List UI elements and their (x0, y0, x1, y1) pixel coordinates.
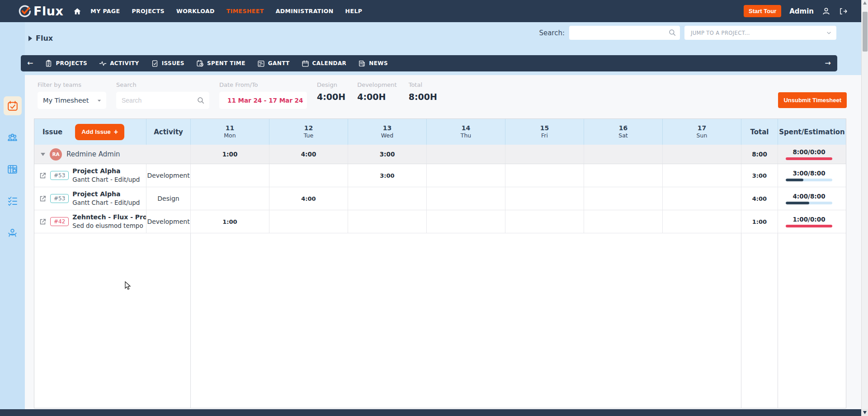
menu-item-help[interactable]: HELP (345, 8, 363, 14)
time-entry-cell[interactable] (427, 187, 505, 210)
sidebar-item-workload[interactable] (4, 160, 22, 179)
top-navigation-bar: Flux MY PAGEPROJECTSWORKLOADTIMESHEETADM… (0, 0, 861, 22)
jump-to-project-select[interactable]: JUMP TO A PROJECT... (684, 26, 836, 40)
time-entry-cell[interactable] (663, 187, 741, 210)
group-day-cell[interactable] (505, 145, 584, 164)
issue-id-badge[interactable]: #53 (50, 171, 69, 180)
vertical-scrollbar[interactable] (861, 0, 868, 409)
search-icon[interactable] (197, 96, 205, 104)
scrollbar-thumb[interactable] (863, 12, 868, 52)
user-group-row[interactable]: RA Redmine Admin 1:004:003:008:008:00/0:… (34, 145, 846, 164)
spent-estimation-cell: 3:00/8:00 (778, 164, 846, 187)
home-icon[interactable] (73, 7, 81, 15)
time-entry-cell[interactable] (191, 164, 269, 187)
project-sub-navigation: ←PROJECTSACTIVITYISSUESSPENT TIMEGANTTCA… (21, 55, 837, 71)
global-search-input[interactable] (569, 26, 680, 40)
time-entry-cell[interactable] (663, 164, 741, 187)
subnav-item-calendar[interactable]: CALENDAR (302, 60, 347, 67)
time-entry-cell[interactable] (584, 187, 663, 210)
subnav-item-news[interactable]: NEWS (358, 60, 388, 67)
group-day-cell[interactable] (663, 145, 741, 164)
date-range-label: Date From/To (219, 81, 307, 88)
time-entry-cell[interactable] (269, 210, 348, 233)
time-entry-cell[interactable] (427, 164, 505, 187)
flux-logo-icon (18, 5, 32, 18)
add-issue-button[interactable]: Add Issue+ (75, 124, 124, 140)
time-entry-cell[interactable] (505, 187, 584, 210)
start-tour-button[interactable]: Start Tour (744, 5, 781, 17)
time-entry-cell[interactable]: 1:00 (191, 210, 269, 233)
menu-item-my-page[interactable]: MY PAGE (90, 8, 120, 14)
scroll-left-arrow[interactable]: ← (27, 60, 33, 67)
team-filter-value: My Timesheet (43, 97, 89, 104)
issue-title[interactable]: Project Alpha Gantt Chart - Edit/upd (72, 166, 140, 184)
issue-title[interactable]: Zehntech - Flux - Produ Sed do eiusmod t… (72, 213, 146, 231)
scroll-up-arrow-icon[interactable] (863, 1, 867, 5)
time-entry-cell[interactable] (663, 210, 741, 233)
issue-id-badge[interactable]: #53 (50, 194, 69, 203)
user-name: Redmine Admin (66, 150, 120, 158)
team-filter-label: Filter by teams (38, 81, 106, 88)
menu-item-workload[interactable]: WORKLOAD (176, 8, 215, 14)
time-entry-cell[interactable] (348, 210, 427, 233)
user-icon[interactable] (822, 7, 830, 15)
external-link-icon[interactable] (39, 218, 47, 226)
subnav-item-gantt[interactable]: GANTT (257, 60, 290, 67)
activity-cell: Development (146, 164, 191, 187)
search-icon[interactable] (668, 28, 676, 37)
time-entry-cell[interactable] (348, 187, 427, 210)
time-entry-cell[interactable] (269, 164, 348, 187)
subnav-item-activity[interactable]: ACTIVITY (99, 60, 139, 67)
menu-item-projects[interactable]: PROJECTS (132, 8, 165, 14)
group-day-cell[interactable] (427, 145, 505, 164)
spent-time-icon (196, 60, 204, 67)
current-user-label[interactable]: Admin (789, 7, 814, 15)
time-entry-cell[interactable]: 3:00 (348, 164, 427, 187)
time-entry-cell[interactable] (584, 164, 663, 187)
subnav-item-issues[interactable]: ISSUES (151, 60, 184, 67)
subnav-item-spent-time[interactable]: SPENT TIME (196, 60, 245, 67)
time-entry-cell[interactable] (505, 164, 584, 187)
sidebar-item-approvals[interactable] (4, 223, 22, 242)
group-day-cell[interactable] (584, 145, 663, 164)
time-entry-cell[interactable] (505, 210, 584, 233)
logout-icon[interactable] (839, 7, 848, 15)
scroll-right-arrow[interactable]: → (825, 60, 831, 67)
left-sidebar (0, 22, 25, 409)
time-entry-cell[interactable] (584, 210, 663, 233)
sidebar-item-timesheet[interactable] (4, 96, 22, 115)
subnav-item-projects[interactable]: PROJECTS (45, 60, 87, 67)
issue-id-badge[interactable]: #42 (50, 217, 69, 226)
external-link-icon[interactable] (39, 172, 47, 180)
flux-logo[interactable]: Flux (18, 4, 63, 18)
team-filter-select[interactable]: My Timesheet (38, 92, 106, 109)
chevron-down-icon (826, 30, 832, 36)
issue-title[interactable]: Project Alpha Gantt Chart - Edit/upd (72, 189, 140, 208)
issue-row: #53 Project Alpha Gantt Chart - Edit/upd… (34, 187, 846, 210)
progress-bar (786, 225, 832, 227)
group-day-cell[interactable]: 4:00 (269, 145, 348, 164)
sidebar-item-tasks[interactable] (4, 191, 22, 210)
time-entry-cell[interactable] (191, 187, 269, 210)
time-entry-cell[interactable]: 4:00 (269, 187, 348, 210)
scrollbar-corner[interactable] (861, 409, 868, 416)
issue-search-input[interactable] (116, 97, 209, 104)
menu-item-timesheet[interactable]: TIMESHEET (226, 8, 264, 14)
group-day-cell[interactable]: 3:00 (348, 145, 427, 164)
progress-bar (786, 202, 832, 204)
issue-row: #42 Zehntech - Flux - Produ Sed do eiusm… (34, 210, 846, 233)
total-hours-value: 8:00H (409, 92, 437, 102)
date-range-picker[interactable]: 11 Mar 24 - 17 Mar 24 (219, 92, 307, 109)
time-entry-cell[interactable] (427, 210, 505, 233)
unsubmit-timesheet-button[interactable]: Unsubmit Timesheet (778, 92, 847, 108)
chevron-down-icon (97, 98, 102, 103)
collapse-caret-icon[interactable] (41, 153, 45, 156)
row-total-cell: 3:00 (741, 164, 778, 187)
external-link-icon[interactable] (39, 195, 47, 203)
group-day-cell[interactable]: 1:00 (191, 145, 269, 164)
workload-grid-icon (7, 164, 18, 175)
search-label: Search: (539, 29, 565, 37)
sidebar-item-teams[interactable] (4, 128, 22, 147)
menu-item-administration[interactable]: ADMINISTRATION (276, 8, 334, 14)
breadcrumb[interactable]: Flux (28, 34, 53, 43)
